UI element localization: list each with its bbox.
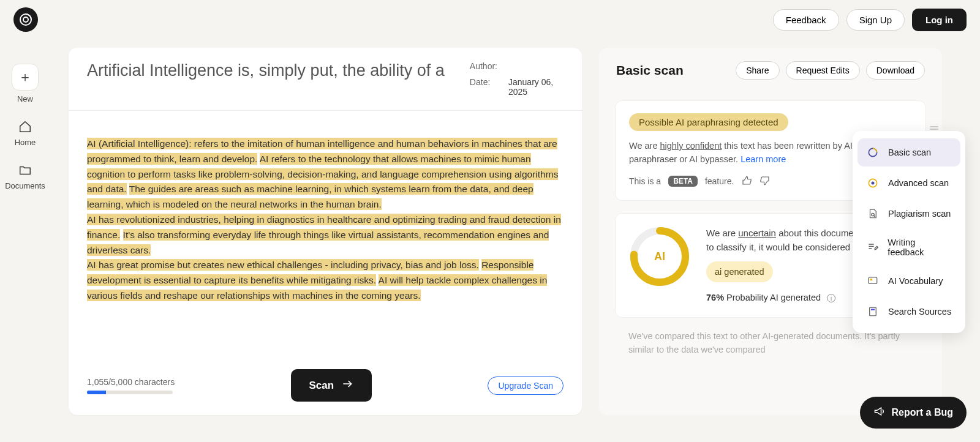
character-progress	[87, 391, 173, 394]
megaphone-icon	[873, 405, 886, 420]
arrow-right-icon	[341, 378, 353, 393]
menu-search-sources[interactable]: Search Sources	[858, 298, 960, 326]
documents-label: Documents	[5, 181, 45, 190]
writing-feedback-icon	[866, 241, 879, 254]
share-button[interactable]: Share	[736, 61, 779, 80]
editor-body[interactable]: AI (Artificial Intelligence): refers to …	[69, 111, 582, 361]
beta-badge: BETA	[668, 176, 698, 187]
home-icon	[18, 119, 32, 134]
menu-ai-vocabulary[interactable]: AI Vocabulary	[858, 267, 960, 295]
home-label: Home	[15, 138, 36, 147]
folder-icon	[18, 163, 32, 178]
menu-advanced-scan[interactable]: Advanced scan	[858, 169, 960, 197]
menu-basic-scan[interactable]: Basic scan	[858, 138, 960, 167]
text-span: The guides are areas such as machine lea…	[87, 183, 533, 210]
document-title[interactable]: Artificial Intelligence is, simply put, …	[87, 61, 455, 97]
new-label: New	[17, 94, 33, 103]
menu-plagiarism-scan[interactable]: Plagiarism scan	[858, 200, 960, 228]
date-label: Date:	[470, 77, 497, 97]
sidebar-documents[interactable]: Documents	[5, 163, 45, 190]
character-count: 1,055/5,000 characters	[87, 377, 175, 387]
upgrade-scan-button[interactable]: Upgrade Scan	[488, 376, 564, 395]
author-label: Author:	[470, 61, 497, 71]
certainty-word: uncertain	[738, 228, 776, 238]
search-sources-icon	[866, 305, 880, 318]
scan-button[interactable]: Scan	[291, 369, 372, 402]
top-header: Feedback Sign Up Log in	[0, 0, 980, 39]
download-button[interactable]: Download	[866, 61, 925, 80]
app-logo[interactable]	[13, 7, 38, 32]
probability-gauge: AI	[629, 226, 690, 287]
feedback-button[interactable]: Feedback	[773, 9, 839, 31]
results-title: Basic scan	[616, 63, 684, 78]
vocabulary-icon	[866, 274, 880, 288]
menu-writing-feedback[interactable]: Writing feedback	[858, 230, 960, 264]
gauge-label: AI	[654, 250, 665, 263]
thumbs-up-icon[interactable]	[741, 175, 752, 188]
svg-point-1	[23, 17, 28, 22]
svg-rect-8	[869, 277, 877, 284]
paraphrasing-pill: Possible AI paraphrasing detected	[629, 113, 788, 131]
thumbs-down-icon[interactable]	[760, 175, 771, 188]
plagiarism-icon	[866, 207, 880, 220]
confidence-level: highly confident	[660, 141, 722, 151]
plus-icon: ＋	[18, 68, 32, 86]
author-value	[508, 61, 564, 71]
verdict-pill: ai generated	[706, 261, 773, 282]
report-bug-button[interactable]: Report a Bug	[860, 397, 967, 429]
learn-more-link[interactable]: Learn more	[741, 154, 786, 164]
text-span: It's also transforming everyday life thr…	[87, 229, 549, 256]
signup-button[interactable]: Sign Up	[846, 9, 905, 31]
request-edits-button[interactable]: Request Edits	[786, 61, 860, 80]
scan-type-menu: Basic scan Advanced scan Plagiarism scan…	[853, 131, 965, 333]
editor-card: Artificial Intelligence is, simply put, …	[69, 48, 582, 415]
sidebar-home[interactable]: Home	[15, 119, 36, 147]
svg-rect-10	[870, 307, 876, 316]
comparison-note: We've compared this text to other AI-gen…	[615, 330, 926, 357]
date-value: January 06, 2025	[508, 77, 564, 97]
svg-rect-11	[871, 309, 875, 310]
new-document-button[interactable]: ＋ New	[12, 64, 39, 103]
svg-rect-9	[870, 279, 873, 280]
text-span: AI has great promise but creates new eth…	[87, 259, 479, 271]
login-button[interactable]: Log in	[912, 9, 967, 31]
svg-point-6	[872, 182, 875, 185]
probability-percent: 76%	[706, 293, 724, 302]
info-icon[interactable]: i	[827, 294, 835, 302]
basic-scan-icon	[866, 146, 880, 159]
left-sidebar: ＋ New Home Documents	[0, 48, 50, 190]
advanced-scan-icon	[866, 176, 880, 190]
